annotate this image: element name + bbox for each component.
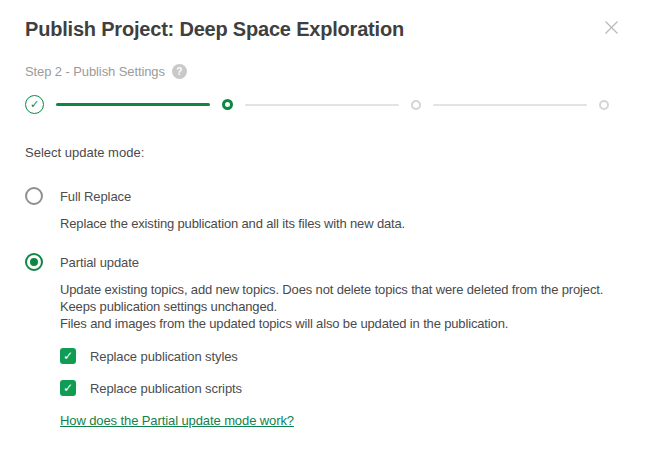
step-2-current-dot bbox=[222, 99, 233, 110]
select-update-mode-label: Select update mode: bbox=[25, 145, 620, 161]
checkbox-replace-publication-scripts[interactable]: ✓ bbox=[60, 380, 76, 396]
dialog-title: Publish Project: Deep Space Exploration bbox=[25, 16, 620, 42]
checkbox-row-replace-styles[interactable]: ✓ Replace publication styles bbox=[60, 348, 620, 364]
step-1-completed-icon: ✓ bbox=[25, 95, 44, 114]
partial-update-options: ✓ Replace publication styles ✓ Replace p… bbox=[60, 348, 620, 396]
radio-partial-update[interactable] bbox=[25, 253, 43, 271]
radio-option-partial-update[interactable]: Partial update bbox=[25, 253, 620, 271]
partial-update-description-para1: Update existing topics, add new topics. … bbox=[60, 281, 620, 315]
step-4-dot bbox=[599, 100, 609, 110]
radio-label-full-replace: Full Replace bbox=[60, 189, 131, 204]
step-label: Step 2 - Publish Settings bbox=[25, 64, 165, 79]
step-progress-bar: ✓ bbox=[25, 95, 609, 114]
radio-label-partial-update: Partial update bbox=[60, 255, 139, 270]
check-icon: ✓ bbox=[63, 349, 73, 363]
radio-option-full-replace[interactable]: Full Replace bbox=[25, 187, 620, 205]
check-icon: ✓ bbox=[63, 381, 73, 395]
radio-full-replace[interactable] bbox=[25, 187, 43, 205]
checkbox-label-replace-scripts: Replace publication scripts bbox=[90, 381, 242, 396]
step-2-3-connector bbox=[245, 104, 399, 106]
close-button[interactable] bbox=[601, 17, 621, 37]
partial-update-description: Update existing topics, add new topics. … bbox=[60, 281, 620, 332]
partial-update-help-link[interactable]: How does the Partial update mode work? bbox=[60, 413, 294, 429]
step-3-4-connector bbox=[433, 104, 587, 106]
close-icon bbox=[604, 20, 619, 35]
check-icon: ✓ bbox=[30, 98, 39, 111]
checkbox-replace-publication-styles[interactable]: ✓ bbox=[60, 348, 76, 364]
checkbox-label-replace-styles: Replace publication styles bbox=[90, 349, 238, 364]
checkbox-row-replace-scripts[interactable]: ✓ Replace publication scripts bbox=[60, 380, 620, 396]
partial-update-description-para2: Files and images from the updated topics… bbox=[60, 315, 620, 332]
step-1-2-connector bbox=[56, 103, 210, 106]
help-icon[interactable]: ? bbox=[172, 64, 187, 79]
publish-project-dialog: Publish Project: Deep Space Exploration … bbox=[0, 0, 645, 451]
step-header: Step 2 - Publish Settings ? bbox=[25, 63, 620, 79]
full-replace-description: Replace the existing publication and all… bbox=[60, 215, 620, 232]
step-3-dot bbox=[411, 100, 421, 110]
